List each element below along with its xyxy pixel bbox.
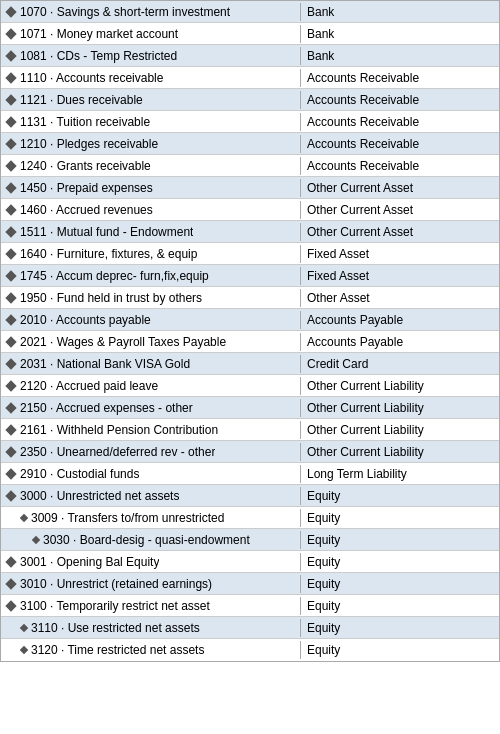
account-label: 3010 · Unrestrict (retained earnings) <box>20 577 212 591</box>
account-code-cell: 1511 · Mutual fund - Endowment <box>1 223 301 241</box>
table-row[interactable]: 3000 · Unrestricted net assetsEquity <box>1 485 499 507</box>
account-type: Other Current Liability <box>307 379 424 393</box>
account-code-cell: 3009 · Transfers to/from unrestricted <box>1 509 301 527</box>
account-label: 3120 · Time restricted net assets <box>31 643 204 657</box>
account-code-cell: 3001 · Opening Bal Equity <box>1 553 301 571</box>
table-row[interactable]: 1131 · Tuition receivableAccounts Receiv… <box>1 111 499 133</box>
account-label: 3100 · Temporarily restrict net asset <box>20 599 210 613</box>
account-type-cell: Equity <box>301 619 499 637</box>
account-type-cell: Accounts Receivable <box>301 113 499 131</box>
account-type: Accounts Payable <box>307 313 403 327</box>
account-code-cell: 1745 · Accum deprec- furn,fix,equip <box>1 267 301 285</box>
account-code-cell: 2161 · Withheld Pension Contribution <box>1 421 301 439</box>
account-type-cell: Accounts Payable <box>301 333 499 351</box>
account-type: Other Current Liability <box>307 423 424 437</box>
table-row[interactable]: 2150 · Accrued expenses - otherOther Cur… <box>1 397 499 419</box>
diamond-icon <box>5 468 16 479</box>
account-label: 1071 · Money market account <box>20 27 178 41</box>
account-label: 3009 · Transfers to/from unrestricted <box>31 511 224 525</box>
diamond-icon <box>5 292 16 303</box>
table-row[interactable]: 1640 · Furniture, fixtures, & equipFixed… <box>1 243 499 265</box>
account-label: 3000 · Unrestricted net assets <box>20 489 179 503</box>
table-row[interactable]: 3010 · Unrestrict (retained earnings)Equ… <box>1 573 499 595</box>
account-code-cell: 2910 · Custodial funds <box>1 465 301 483</box>
table-row[interactable]: 2161 · Withheld Pension ContributionOthe… <box>1 419 499 441</box>
account-code-cell: 2150 · Accrued expenses - other <box>1 399 301 417</box>
diamond-icon <box>5 138 16 149</box>
table-row[interactable]: 3009 · Transfers to/from unrestrictedEqu… <box>1 507 499 529</box>
accounts-table: 1070 · Savings & short-term investmentBa… <box>0 0 500 662</box>
account-label: 2120 · Accrued paid leave <box>20 379 158 393</box>
account-type-cell: Bank <box>301 25 499 43</box>
table-row[interactable]: 1745 · Accum deprec- furn,fix,equipFixed… <box>1 265 499 287</box>
table-row[interactable]: 3100 · Temporarily restrict net assetEqu… <box>1 595 499 617</box>
table-row[interactable]: 1070 · Savings & short-term investmentBa… <box>1 1 499 23</box>
account-type-cell: Equity <box>301 487 499 505</box>
table-row[interactable]: 3120 · Time restricted net assetsEquity <box>1 639 499 661</box>
account-label: 1210 · Pledges receivable <box>20 137 158 151</box>
account-type-cell: Other Current Asset <box>301 201 499 219</box>
account-label: 1450 · Prepaid expenses <box>20 181 153 195</box>
diamond-icon <box>5 600 16 611</box>
account-code-cell: 3000 · Unrestricted net assets <box>1 487 301 505</box>
diamond-icon <box>32 535 40 543</box>
account-type-cell: Accounts Receivable <box>301 135 499 153</box>
table-row[interactable]: 2021 · Wages & Payroll Taxes PayableAcco… <box>1 331 499 353</box>
account-code-cell: 1121 · Dues receivable <box>1 91 301 109</box>
account-type: Other Current Asset <box>307 181 413 195</box>
table-row[interactable]: 1950 · Fund held in trust by othersOther… <box>1 287 499 309</box>
account-type-cell: Equity <box>301 531 499 549</box>
table-row[interactable]: 2120 · Accrued paid leaveOther Current L… <box>1 375 499 397</box>
table-row[interactable]: 1460 · Accrued revenuesOther Current Ass… <box>1 199 499 221</box>
table-row[interactable]: 1110 · Accounts receivableAccounts Recei… <box>1 67 499 89</box>
account-type: Equity <box>307 555 340 569</box>
table-row[interactable]: 1210 · Pledges receivableAccounts Receiv… <box>1 133 499 155</box>
account-label: 2150 · Accrued expenses - other <box>20 401 193 415</box>
table-row[interactable]: 2910 · Custodial fundsLong Term Liabilit… <box>1 463 499 485</box>
account-type-cell: Equity <box>301 597 499 615</box>
account-label: 1131 · Tuition receivable <box>20 115 150 129</box>
table-row[interactable]: 3030 · Board-desig - quasi-endowmentEqui… <box>1 529 499 551</box>
account-label: 1511 · Mutual fund - Endowment <box>20 225 193 239</box>
account-code-cell: 3120 · Time restricted net assets <box>1 641 301 659</box>
account-type: Fixed Asset <box>307 269 369 283</box>
account-code-cell: 3110 · Use restricted net assets <box>1 619 301 637</box>
account-code-cell: 1450 · Prepaid expenses <box>1 179 301 197</box>
diamond-icon <box>5 358 16 369</box>
account-type: Equity <box>307 533 340 547</box>
table-row[interactable]: 2010 · Accounts payableAccounts Payable <box>1 309 499 331</box>
diamond-icon <box>5 402 16 413</box>
account-type: Other Current Liability <box>307 401 424 415</box>
table-row[interactable]: 3110 · Use restricted net assetsEquity <box>1 617 499 639</box>
account-type: Accounts Receivable <box>307 137 419 151</box>
account-label: 1081 · CDs - Temp Restricted <box>20 49 177 63</box>
table-row[interactable]: 1081 · CDs - Temp RestrictedBank <box>1 45 499 67</box>
account-type-cell: Other Current Liability <box>301 421 499 439</box>
diamond-icon <box>5 446 16 457</box>
account-type-cell: Fixed Asset <box>301 267 499 285</box>
account-label: 1745 · Accum deprec- furn,fix,equip <box>20 269 209 283</box>
account-type-cell: Credit Card <box>301 355 499 373</box>
account-type-cell: Accounts Receivable <box>301 69 499 87</box>
account-code-cell: 3010 · Unrestrict (retained earnings) <box>1 575 301 593</box>
diamond-icon <box>5 50 16 61</box>
diamond-icon <box>5 160 16 171</box>
account-code-cell: 3100 · Temporarily restrict net asset <box>1 597 301 615</box>
account-label: 2350 · Unearned/deferred rev - other <box>20 445 215 459</box>
account-type: Equity <box>307 489 340 503</box>
account-label: 1460 · Accrued revenues <box>20 203 153 217</box>
diamond-icon <box>5 270 16 281</box>
table-row[interactable]: 1121 · Dues receivableAccounts Receivabl… <box>1 89 499 111</box>
diamond-icon <box>5 578 16 589</box>
table-row[interactable]: 1071 · Money market accountBank <box>1 23 499 45</box>
table-row[interactable]: 2350 · Unearned/deferred rev - otherOthe… <box>1 441 499 463</box>
account-label: 1070 · Savings & short-term investment <box>20 5 230 19</box>
account-type: Other Current Liability <box>307 445 424 459</box>
table-row[interactable]: 1511 · Mutual fund - EndowmentOther Curr… <box>1 221 499 243</box>
table-row[interactable]: 1450 · Prepaid expensesOther Current Ass… <box>1 177 499 199</box>
table-row[interactable]: 1240 · Grants receivableAccounts Receiva… <box>1 155 499 177</box>
table-row[interactable]: 3001 · Opening Bal EquityEquity <box>1 551 499 573</box>
account-type-cell: Other Current Liability <box>301 377 499 395</box>
table-row[interactable]: 2031 · National Bank VISA GoldCredit Car… <box>1 353 499 375</box>
account-type-cell: Bank <box>301 3 499 21</box>
